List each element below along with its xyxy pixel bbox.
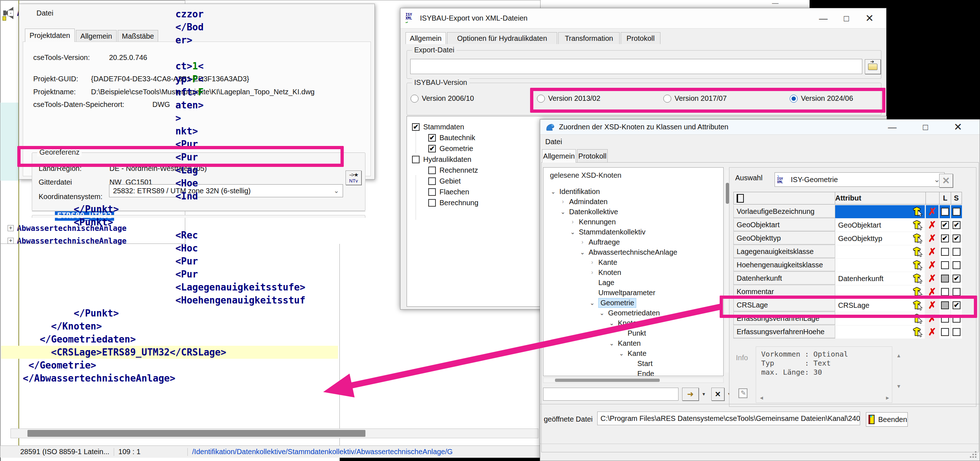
maximize-button[interactable]: □ [914, 122, 937, 132]
s-checkbox[interactable] [953, 288, 961, 296]
xsd-tree-node[interactable]: Start [627, 358, 652, 368]
attribute-table-row[interactable]: Datenherkunft Datenherkunft [733, 272, 962, 286]
s-flag-cell[interactable] [951, 325, 962, 338]
xsd-node-label[interactable]: Start [637, 359, 652, 368]
xsd-node-label[interactable]: Stammdatenkollektiv [579, 228, 646, 236]
tab-allgemein[interactable]: Allgemein [406, 32, 446, 44]
tree-chevron-icon[interactable]: › [588, 259, 596, 266]
scroll-up-icon[interactable]: ▲ [896, 353, 901, 358]
mapped-attribute-cell[interactable] [835, 325, 925, 338]
tree-chevron-icon[interactable]: › [559, 198, 567, 205]
tree-chevron-icon[interactable]: ⌄ [559, 209, 567, 215]
xsd-node-label[interactable]: Lage [598, 279, 614, 287]
tree-horizontal-scrollbar[interactable] [543, 378, 724, 383]
dataset-checkbox-row[interactable]: Hydraulikdaten [412, 154, 471, 165]
xsd-node-label[interactable]: Knoten [618, 319, 641, 327]
minimize-button[interactable]: — [812, 13, 835, 24]
s-flag-cell[interactable]: ✔ [951, 232, 962, 245]
minimize-button[interactable]: — [881, 122, 904, 132]
tab-allgemein[interactable]: Allgemein [542, 149, 576, 163]
l-flag-cell[interactable]: ✔ [940, 232, 950, 245]
xsd-node-label[interactable]: AbwassertechnischeAnlage [589, 248, 678, 257]
xml-code-line[interactable]: </Punkt> [23, 307, 119, 320]
attribute-table-row[interactable]: Lagegenauigkeitsklasse ✗ [733, 245, 962, 259]
l-checkbox[interactable] [941, 261, 949, 269]
datei-menu-item[interactable]: Datei [545, 138, 562, 146]
xsd-node-label[interactable]: Kante [598, 258, 617, 266]
xsd-node-label[interactable]: Knoten [598, 268, 621, 277]
l-flag-cell[interactable] [940, 272, 950, 285]
column-header-action[interactable] [926, 192, 940, 204]
s-checkbox[interactable] [953, 328, 961, 336]
xsd-tree-node[interactable]: ⌄ Kanten [608, 338, 641, 348]
delete-mapping-icon[interactable]: ✗ [926, 259, 939, 272]
maximize-button[interactable]: □ [835, 13, 858, 24]
dataset-checkbox-row[interactable]: Gebiet [428, 175, 461, 187]
class-attribute-name-cell[interactable]: Datenherkunft [733, 272, 835, 285]
l-checkbox[interactable] [941, 288, 949, 296]
mapped-attribute-cell[interactable] [835, 259, 925, 272]
scroll-left-icon[interactable]: ◄ [759, 395, 764, 401]
dataset-checkbox-row[interactable]: Berechnung [428, 197, 479, 208]
tab-transformation[interactable]: Transformation [558, 32, 620, 44]
scroll-down-icon[interactable]: ▼ [896, 383, 901, 389]
delete-mapping-icon[interactable]: ✗ [926, 219, 939, 231]
delete-mapping-icon[interactable]: ✗ [926, 245, 939, 258]
xml-code-line[interactable]: <Hoehengenauigkeitsstuf [23, 294, 305, 307]
s-flag-cell[interactable]: ✔ [951, 272, 962, 285]
clear-selection-button[interactable]: ✕ [939, 174, 953, 188]
l-checkbox[interactable] [941, 248, 949, 256]
tab-protokoll[interactable]: Protokoll [621, 32, 660, 44]
tree-chevron-icon[interactable]: › [569, 219, 577, 225]
xml-code-line[interactable]: <Pur [23, 268, 198, 281]
attribute-table-row[interactable]: Hoehengenauigkeitsklasse ✗ [733, 259, 962, 272]
assign-attribute-icon[interactable] [913, 260, 923, 270]
tree-chevron-icon[interactable]: ⌄ [549, 188, 557, 195]
xsd-tree-node[interactable]: Umweltparameter [588, 287, 655, 298]
tree-expander-icon[interactable]: + [8, 225, 14, 231]
l-checkbox[interactable] [941, 274, 949, 282]
xsd-tree-node[interactable]: ⌄ Kante [617, 348, 646, 358]
tree-chevron-icon[interactable]: › [588, 269, 596, 276]
assign-attribute-icon[interactable] [913, 327, 923, 337]
s-flag-cell[interactable]: ✔ [951, 219, 962, 231]
class-attribute-name-cell[interactable]: GeoObjektart [733, 219, 835, 231]
l-flag-cell[interactable] [940, 325, 950, 338]
l-flag-cell[interactable] [940, 205, 950, 218]
xsd-node-label[interactable]: Geometriedaten [608, 309, 660, 317]
class-attribute-name-cell[interactable]: VorlaeufigeBezeichnung [733, 205, 835, 218]
xsd-tree-node[interactable]: ⌄ Identifikation [549, 187, 600, 196]
s-flag-cell[interactable] [951, 205, 962, 218]
class-attribute-name-cell[interactable]: GeoObjekttyp [733, 232, 835, 245]
s-checkbox[interactable]: ✔ [953, 221, 961, 229]
version-radio[interactable]: Version 2006/10 [410, 94, 474, 103]
xsd-node-tree[interactable]: gelesene XSD-Knoten ⌄ Identifikation › A… [543, 167, 724, 376]
l-checkbox[interactable] [941, 208, 949, 216]
xsd-tree-node[interactable]: › Admindaten [559, 196, 608, 207]
s-checkbox[interactable]: ✔ [953, 274, 961, 282]
delete-mapping-icon[interactable]: ✗ [926, 205, 939, 218]
edit-note-icon[interactable] [738, 388, 748, 398]
xsd-node-label[interactable]: Ende [637, 370, 654, 376]
beenden-button[interactable]: Beenden [866, 412, 908, 427]
class-select-combobox[interactable]: ↘ISYXML ISY-Geometrie ⌄ [775, 172, 945, 187]
column-header-l[interactable]: L [940, 192, 951, 204]
delete-mapping-icon[interactable]: ✗ [926, 232, 939, 245]
tree-chevron-icon[interactable]: ⌄ [588, 300, 596, 306]
xsd-tree-node[interactable]: › Knoten [588, 267, 621, 278]
xsd-tree-node[interactable]: ⌄ Knoten [608, 318, 641, 328]
class-attribute-name-cell[interactable]: Hoehengenauigkeitsklasse [733, 259, 835, 272]
l-checkbox[interactable] [941, 328, 949, 336]
l-flag-cell[interactable] [940, 245, 950, 258]
class-attribute-name-cell[interactable]: ErfassungsverfahrenHoehe [733, 325, 835, 338]
tree-chevron-icon[interactable]: ⌄ [617, 350, 625, 357]
close-button[interactable]: ✕ [947, 121, 969, 133]
tab-optionen-hydraulikdaten[interactable]: Optionen für Hydraulikdaten [447, 32, 557, 44]
xsd-tree-node[interactable]: › Kante [588, 257, 617, 267]
xsd-node-label[interactable]: Identifikation [559, 188, 600, 196]
mapped-attribute-cell[interactable] [835, 245, 925, 258]
s-checkbox[interactable] [953, 261, 961, 269]
xml-code-line[interactable]: <Hoc [23, 244, 198, 255]
xsd-node-label[interactable]: Kennungen [579, 218, 616, 226]
mapped-attribute-cell[interactable]: Datenherkunft [835, 272, 925, 285]
